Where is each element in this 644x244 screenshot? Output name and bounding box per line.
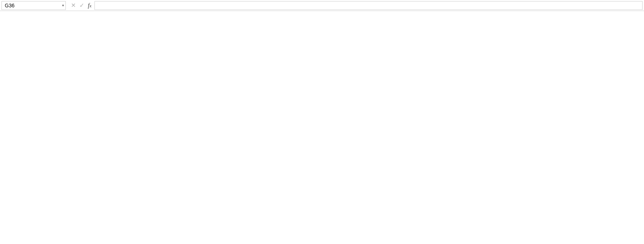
fx-icon[interactable]: fx xyxy=(88,2,92,9)
name-box[interactable]: G36 ▾ xyxy=(1,1,66,10)
name-box-value: G36 xyxy=(5,3,14,8)
formula-input[interactable] xyxy=(94,1,643,10)
formula-bar-row: G36 ▾ ✕ ✓ fx xyxy=(0,0,644,11)
formula-bar-buttons: ✕ ✓ fx xyxy=(69,2,92,9)
cancel-icon[interactable]: ✕ xyxy=(71,2,76,9)
enter-icon[interactable]: ✓ xyxy=(79,2,84,9)
chevron-down-icon[interactable]: ▾ xyxy=(62,3,64,7)
